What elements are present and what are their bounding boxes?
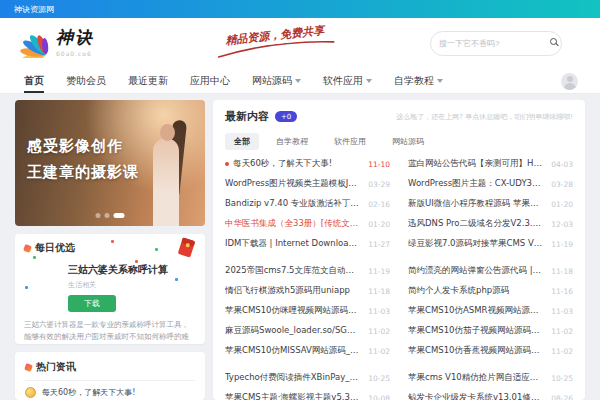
- article-title: 新版UI微信小程序教程源码 苹果CMS小程序源码: [408, 198, 543, 210]
- article-title: 苹果CMS10仿MISSAV网站源码_MDYS18: [225, 345, 360, 357]
- article-row[interactable]: 迅风DNS Pro二级域名分发V2.3.3系统源码 12-03: [408, 214, 573, 234]
- nav-item-label: 网站源码: [252, 74, 292, 88]
- nav-item[interactable]: 最近更新: [128, 68, 168, 93]
- chevron-down-icon: [295, 79, 301, 83]
- article-row[interactable]: 鲸发卡企业级发卡系统v13.01修复版源码 08-26: [408, 388, 573, 400]
- section-flame-icon: [24, 363, 33, 372]
- nav-item-label: 软件应用: [323, 74, 363, 88]
- carousel-dot[interactable]: [96, 213, 101, 218]
- nav-item[interactable]: 网站源码: [252, 68, 301, 93]
- topbar-site-name[interactable]: 神诀资源网: [14, 4, 54, 15]
- nav-item[interactable]: 赞助会员: [66, 68, 106, 93]
- article-title: 苹果CMS主题·海螺影视主题v5.3自适应主题/ ...: [225, 392, 360, 400]
- article-date: 11-02: [551, 327, 573, 336]
- article-row[interactable]: 苹果CMS10仿咪哩视频网站源码_MDYS15 11-03: [225, 301, 390, 321]
- article-row[interactable]: WordPress图片主题：CX-UDY3.1主题美女图H... 03-28: [408, 174, 573, 194]
- main-content: 感受影像创作 王建章的摄影课 每日优选: [0, 94, 600, 400]
- search-input[interactable]: [439, 39, 549, 48]
- tab-label: 软件应用: [334, 137, 366, 146]
- article-row[interactable]: 简约个人发卡系统php源码 11-16: [408, 281, 573, 301]
- article-title: IDM下载器 | Internet Download Manager (v6..…: [225, 238, 360, 250]
- late-night-notice: 这么晚了，还在上网? 早点休息睡吧，咱们明早继续聊呗!: [396, 112, 573, 122]
- user-avatar[interactable]: [561, 73, 578, 90]
- latest-tab[interactable]: 全部: [225, 133, 259, 150]
- article-title: WordPress图片视频类主题模板JustMediaV2.7...: [225, 178, 360, 190]
- new-dot-icon: [225, 162, 229, 166]
- nav-item[interactable]: 自学教程: [394, 68, 443, 93]
- chevron-down-icon: [366, 79, 372, 83]
- hot-news-item[interactable]: 每天60秒，了解天下大事!: [25, 381, 195, 400]
- article-row[interactable]: WordPress图片视频类主题模板JustMediaV2.7... 03-29: [225, 174, 390, 194]
- article-row[interactable]: 每天60秒，了解天下大事! 11-10: [225, 154, 390, 174]
- main-nav: 首页 赞助会员 最近更新 应用中心 网站源码 软件应用 自学教程: [0, 68, 600, 94]
- carousel-dot-active[interactable]: [114, 213, 125, 218]
- section-flame-icon: [23, 244, 32, 253]
- article-date: 01-20: [551, 200, 573, 209]
- nav-item[interactable]: 应用中心: [190, 68, 230, 93]
- daily-pick-header: 每日优选: [24, 241, 196, 255]
- article-row[interactable]: 蓝白网站公告代码【亲测可用】HTML简单代码... 04-03: [408, 154, 573, 174]
- article-row[interactable]: 简约漂亮的网站弹窗公告源代码 | 使用cookie记录 11-18: [408, 261, 573, 281]
- slogan: 精品资源，免费共享: [204, 17, 346, 59]
- article-row[interactable]: IDM下载器 | Internet Download Manager (v6..…: [225, 234, 390, 254]
- article-date: 11-19: [368, 267, 390, 276]
- hero-title-line2: 王建章的摄影课: [27, 160, 139, 186]
- article-row[interactable]: 苹果CMS主题·海螺影视主题v5.3自适应主题/ ... 10-08: [225, 388, 390, 400]
- latest-tab[interactable]: 网站源码: [383, 133, 433, 150]
- article-row[interactable]: 中华医书集成（全33册）[传统文化] 01-20: [225, 214, 390, 234]
- hero-title-line1: 感受影像创作: [27, 134, 139, 160]
- nav-item[interactable]: 软件应用: [323, 68, 372, 93]
- article-title: 中华医书集成（全33册）[传统文化]: [225, 218, 360, 230]
- latest-content-panel: 最新内容 +0 这么晚了，还在上网? 早点休息睡吧，咱们明早继续聊呗! 全部 自…: [213, 100, 585, 400]
- article-row[interactable]: 绿豆影视7.0源码对接苹果CMS V10原生影视AP... 11-19: [408, 234, 573, 254]
- nav-item-label: 自学教程: [394, 74, 434, 88]
- hero-title: 感受影像创作 王建章的摄影课: [27, 134, 139, 185]
- daily-pick-card: 每日优选 三姑六婆关系称呼计算 生活相关 下载 三姑六婆计算器是一款专业的亲戚称…: [15, 234, 205, 344]
- site-header: 神诀 60a0.co6 精品资源，免费共享: [0, 18, 600, 68]
- article-row[interactable]: Typecho付费阅读插件XBinPay_v1.1 10-25: [225, 368, 390, 388]
- latest-lists: 每天60秒，了解天下大事! 11-10 WordPress图片视频类主题模板Ju…: [225, 154, 573, 400]
- logo-text: 神诀 60a0.co6: [56, 26, 94, 57]
- latest-list-left: 每天60秒，了解天下大事! 11-10 WordPress图片视频类主题模板Ju…: [225, 154, 390, 400]
- article-title: 苹果CMS10仿茄子视频网站源码_MDYS17: [408, 325, 543, 337]
- article-date: 08-26: [551, 394, 573, 400]
- logo-subtitle: 60a0.co6: [56, 50, 94, 57]
- article-title: Typecho付费阅读插件XBinPay_v1.1: [225, 372, 360, 384]
- article-row[interactable]: 苹果CMS10仿茄子视频网站源码_MDYS17 11-02: [408, 321, 573, 341]
- article-row[interactable]: 情侣飞行棋游戏h5源码用uniapp 11-18: [225, 281, 390, 301]
- article-date: 11-02: [551, 347, 573, 356]
- article-row[interactable]: 苹果CMS10仿香蕉视频网站源码_MDYS19 11-02: [408, 341, 573, 361]
- article-row[interactable]: Bandizip v7.40 专业版激活补丁密钥 02-16: [225, 194, 390, 214]
- article-date: 11-03: [551, 307, 573, 316]
- app-title[interactable]: 三姑六婆关系称呼计算: [68, 263, 196, 277]
- latest-tab[interactable]: 自学教程: [267, 133, 317, 150]
- article-row[interactable]: 新版UI微信小程序教程源码 苹果CMS小程序源码 01-20: [408, 194, 573, 214]
- hot-news-list: 每天60秒，了解天下大事! 自动识别访客来源模板防伪查询系统公告: [25, 381, 195, 400]
- site-logo[interactable]: 神诀 60a0.co6: [20, 24, 94, 58]
- carousel-dot[interactable]: [105, 213, 110, 218]
- hot-news-card: 热门资讯 每天60秒，了解天下大事! 自动识别访客来源模板防伪查询系统公告: [15, 352, 205, 400]
- hero-carousel-slide[interactable]: 感受影像创作 王建章的摄影课: [15, 100, 205, 226]
- article-row[interactable]: 苹果CMS10仿MISSAV网站源码_MDYS18 11-02: [225, 341, 390, 361]
- article-date: 11-18: [368, 287, 390, 296]
- download-button[interactable]: 下载: [68, 295, 116, 312]
- tab-label: 网站源码: [392, 137, 424, 146]
- article-row[interactable]: 苹果CMS10仿ASMR视频网站源码_MDYS16 11-03: [408, 301, 573, 321]
- article-title: Bandizip v7.40 专业版激活补丁密钥: [225, 198, 360, 210]
- latest-tab[interactable]: 软件应用: [325, 133, 375, 150]
- article-row[interactable]: 苹果cms V10精仿抢片网自适应模板 10-25: [408, 368, 573, 388]
- article-date: 11-10: [368, 160, 390, 169]
- nav-item[interactable]: 首页: [24, 68, 44, 93]
- article-title: 苹果CMS10仿ASMR视频网站源码_MDYS16: [408, 305, 543, 317]
- article-row[interactable]: 麻豆源码Swoole_loader.so/SG11扩展集合 11-02: [225, 321, 390, 341]
- article-title: WordPress图片主题：CX-UDY3.1主题美女图H...: [408, 178, 543, 190]
- latest-list-right: 蓝白网站公告代码【亲测可用】HTML简单代码... 04-03 WordPres…: [408, 154, 573, 400]
- article-date: 12-03: [551, 220, 573, 229]
- article-row[interactable]: 2025帝国cms7.5文库范文自动生成word文档/文... 11-19: [225, 261, 390, 281]
- article-title: 每天60秒，了解天下大事!: [233, 158, 360, 170]
- search-button[interactable]: [549, 37, 553, 51]
- article-date: 02-16: [368, 200, 390, 209]
- article-date: 11-18: [551, 267, 573, 276]
- carousel-dots: [96, 213, 125, 218]
- article-title: 麻豆源码Swoole_loader.so/SG11扩展集合: [225, 325, 360, 337]
